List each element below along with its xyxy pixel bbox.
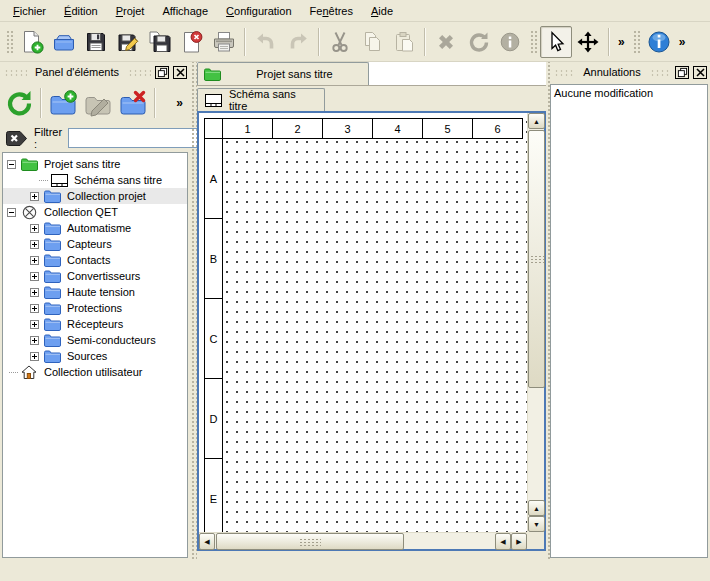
tree-item-contacts[interactable]: Contacts [3, 252, 187, 268]
toolbar-drag-handle[interactable] [632, 29, 640, 55]
about-qet-button[interactable] [643, 26, 675, 58]
elements-panel-toolbar: » [0, 82, 190, 124]
expand-toggle[interactable] [30, 288, 39, 297]
menu-projet[interactable]: Projet [107, 2, 154, 20]
tree-item-collection-projet[interactable]: Collection projet [3, 188, 187, 204]
tree-item-projet-sans-titre[interactable]: Projet sans titre [3, 156, 187, 172]
horizontal-scrollbar[interactable]: ◀ ◀ ▶ [199, 532, 527, 549]
expand-toggle[interactable] [30, 272, 39, 281]
save-all-button[interactable] [144, 26, 176, 58]
dock-close-button[interactable] [173, 66, 187, 79]
save-as-button[interactable] [112, 26, 144, 58]
expand-toggle[interactable] [30, 224, 39, 233]
grid-column-header: 2 [272, 118, 323, 139]
toolbar-separator [154, 88, 156, 118]
tree-item-semi-conducteurs[interactable]: Semi-conducteurs [3, 332, 187, 348]
delete-button[interactable] [430, 26, 462, 58]
scroll-right-button[interactable]: ▶ [511, 533, 527, 550]
new-category-button[interactable] [47, 87, 79, 119]
copy-button[interactable] [356, 26, 388, 58]
open-document-button[interactable] [48, 26, 80, 58]
toolbar-overflow-chevron[interactable]: » [675, 35, 690, 49]
tab-schema-sans-titre[interactable]: Schéma sans titre [197, 88, 325, 111]
paste-button[interactable] [388, 26, 420, 58]
scroll-left-button[interactable]: ◀ [199, 533, 215, 550]
clear-filter-button[interactable] [4, 129, 28, 148]
dock-close-button[interactable] [693, 66, 707, 79]
green-folder-icon [20, 157, 38, 171]
redo-button[interactable] [282, 26, 314, 58]
scroll-up-button[interactable]: ▲ [528, 113, 545, 129]
menu-affichage[interactable]: Affichage [153, 2, 217, 20]
blue-folder-icon [43, 285, 61, 299]
undo-history-list[interactable]: Aucune modification [550, 84, 708, 558]
scroll-up-button[interactable]: ▲ [528, 500, 545, 516]
scroll-down-button[interactable]: ▼ [528, 516, 545, 532]
tree-item-schema-sans-titre[interactable]: Schéma sans titre [3, 172, 187, 188]
tree-item-haute-tension[interactable]: Haute tension [3, 284, 187, 300]
select-tool-button[interactable] [540, 26, 572, 58]
grid-column-header: 3 [322, 118, 373, 139]
panel-toolbar-overflow-chevron[interactable]: » [172, 96, 187, 110]
vertical-scroll-thumb[interactable] [528, 130, 545, 388]
expand-toggle[interactable] [30, 192, 39, 201]
close-file-button[interactable] [176, 26, 208, 58]
tree-item-recepteurs[interactable]: Récepteurs [3, 316, 187, 332]
delete-category-button[interactable] [117, 87, 149, 119]
tree-item-sources[interactable]: Sources [3, 348, 187, 364]
tree-item-collection-qet[interactable]: Collection QET [3, 204, 187, 220]
rotate-button[interactable] [462, 26, 494, 58]
print-button[interactable] [208, 26, 240, 58]
diagram-scene[interactable]: 1 2 3 4 5 6 A B C D E [199, 113, 527, 532]
new-category-icon [49, 89, 77, 117]
paste-icon [392, 30, 416, 54]
expand-toggle[interactable] [30, 304, 39, 313]
dock-float-button[interactable] [675, 66, 689, 79]
save-button[interactable] [80, 26, 112, 58]
edit-category-button[interactable] [82, 87, 114, 119]
reload-collections-button[interactable] [3, 87, 35, 119]
undo-panel-title: Annulations [579, 66, 645, 78]
thumb-grip [299, 538, 321, 546]
expand-toggle[interactable] [30, 336, 39, 345]
expand-toggle[interactable] [30, 256, 39, 265]
toolbar-overflow-chevron[interactable]: » [614, 35, 629, 49]
tree-item-label: Collection QET [42, 206, 120, 218]
tree-item-label: Convertisseurs [65, 270, 142, 282]
scroll-left-button[interactable]: ◀ [495, 533, 511, 550]
menu-aide[interactable]: Aide [362, 2, 402, 20]
menu-configuration[interactable]: Configuration [217, 2, 300, 20]
elements-panel-titlebar[interactable]: Panel d'éléments [0, 62, 190, 82]
toolbar-separator [244, 28, 246, 56]
undo-panel-titlebar[interactable]: Annulations [550, 62, 710, 82]
tree-item-protections[interactable]: Protections [3, 300, 187, 316]
tree-item-capteurs[interactable]: Capteurs [3, 236, 187, 252]
collapse-toggle[interactable] [7, 208, 16, 217]
undo-list-item[interactable]: Aucune modification [554, 87, 704, 99]
dock-float-button[interactable] [155, 66, 169, 79]
expand-toggle[interactable] [30, 320, 39, 329]
expand-toggle[interactable] [30, 352, 39, 361]
undo-button[interactable] [250, 26, 282, 58]
cut-button[interactable] [324, 26, 356, 58]
vertical-scrollbar[interactable]: ▲ ▲ ▼ [527, 113, 544, 532]
menu-fenetres[interactable]: Fenêtres [301, 2, 362, 20]
elements-panel-dock: Panel d'éléments » Filtrer : Projet sans… [0, 62, 190, 560]
tree-item-convertisseurs[interactable]: Convertisseurs [3, 268, 187, 284]
horizontal-scroll-thumb[interactable] [216, 533, 404, 550]
toolbar-drag-handle[interactable] [5, 29, 13, 55]
blue-folder-icon [43, 189, 61, 203]
splitter-left[interactable] [190, 62, 197, 560]
home-icon [20, 365, 38, 380]
pan-tool-button[interactable] [572, 26, 604, 58]
menu-edition[interactable]: Édition [55, 2, 107, 20]
object-info-button[interactable] [494, 26, 526, 58]
expand-toggle[interactable] [30, 240, 39, 249]
toolbar-drag-handle[interactable] [529, 29, 537, 55]
tree-item-collection-utilisateur[interactable]: Collection utilisateur [3, 364, 187, 380]
tab-projet-sans-titre[interactable]: Projet sans titre [197, 62, 369, 85]
menu-fichier[interactable]: Fichier [4, 2, 55, 20]
collapse-toggle[interactable] [7, 160, 16, 169]
tree-item-automatisme[interactable]: Automatisme [3, 220, 187, 236]
new-document-button[interactable] [16, 26, 48, 58]
